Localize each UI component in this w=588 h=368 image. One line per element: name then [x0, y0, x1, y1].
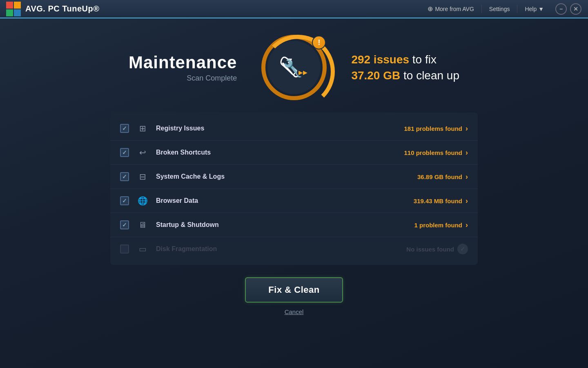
svg-rect-1 — [14, 2, 21, 9]
minimize-button[interactable]: − — [555, 3, 567, 15]
checkbox-mark: ✓ — [122, 222, 127, 228]
issue-row-disk: ▭Disk FragmentationNo issues found✓ — [110, 237, 478, 261]
panel-arrow — [286, 112, 302, 121]
issue-result-startup: 1 problem found› — [414, 221, 468, 229]
avg-logo — [6, 1, 21, 17]
issue-name-shortcuts: Broken Shortcuts — [156, 149, 396, 156]
startup-icon: 🖥 — [136, 219, 149, 231]
more-from-avg-button[interactable]: ⊕ More from AVG — [420, 0, 481, 18]
issue-name-startup: Startup & Shutdown — [156, 221, 407, 229]
chevron-icon-shortcuts[interactable]: › — [466, 148, 468, 157]
checkbox-mark: ✓ — [122, 149, 127, 156]
checkbox-mark: ✓ — [122, 125, 127, 132]
issue-name-disk: Disk Fragmentation — [156, 245, 399, 253]
circle-inner: 🔧 ▶▶ — [267, 41, 321, 94]
cancel-link[interactable]: Cancel — [285, 308, 304, 315]
title-bar-right: ⊕ More from AVG Settings Help ▼ − ✕ — [420, 0, 581, 18]
checkbox-browser[interactable]: ✓ — [120, 196, 129, 205]
issue-name-browser: Browser Data — [156, 197, 406, 204]
issue-result-text-startup: 1 problem found — [414, 222, 463, 229]
chevron-icon-registry[interactable]: › — [466, 124, 468, 133]
stats-text: 292 issues to fix 37.20 GB to clean up — [351, 52, 459, 83]
svg-rect-2 — [6, 9, 13, 16]
checkbox-cache[interactable]: ✓ — [120, 172, 129, 181]
issue-result-disk: No issues found✓ — [406, 244, 468, 254]
checkbox-disk[interactable] — [120, 245, 129, 254]
shortcuts-icon: ↩ — [136, 146, 149, 159]
issues-count: 292 issues — [351, 53, 409, 66]
cleanup-size: 37.20 GB — [351, 69, 400, 82]
help-button[interactable]: Help ▼ — [517, 0, 551, 18]
svg-rect-0 — [6, 2, 13, 9]
settings-button[interactable]: Settings — [482, 0, 517, 18]
issues-suffix: to fix — [409, 53, 437, 66]
issues-panel: ✓⊞Registry Issues181 problems found›✓↩Br… — [110, 112, 478, 265]
disk-icon: ▭ — [136, 243, 149, 255]
status-icon-circle: 🔧 ▶▶ ! — [261, 35, 327, 100]
window-controls: − ✕ — [555, 3, 581, 15]
maintenance-icon: 🔧 ▶▶ — [280, 55, 308, 80]
issue-row-cache: ✓⊟System Cache & Logs36.89 GB found› — [110, 165, 478, 189]
issue-name-cache: System Cache & Logs — [156, 173, 410, 180]
issue-row-browser: ✓🌐Browser Data319.43 MB found› — [110, 189, 478, 213]
svg-rect-3 — [14, 9, 21, 16]
issue-result-registry: 181 problems found› — [404, 124, 468, 133]
title-bar-left: AVG. PC TuneUp® — [0, 1, 100, 17]
issue-result-browser: 319.43 MB found› — [414, 197, 468, 205]
issue-result-text-registry: 181 problems found — [404, 125, 462, 132]
issues-wrapper: ✓⊞Registry Issues181 problems found›✓↩Br… — [110, 112, 478, 277]
issue-result-text-disk: No issues found — [406, 246, 454, 253]
chevron-icon-startup[interactable]: › — [466, 221, 468, 229]
issue-result-cache: 36.89 GB found› — [417, 173, 468, 181]
plus-icon: ⊕ — [428, 5, 433, 13]
checkbox-registry[interactable]: ✓ — [120, 124, 129, 133]
close-button[interactable]: ✕ — [570, 3, 581, 15]
main-content: Maintenance Scan Complete 🔧 ▶▶ — [0, 18, 588, 368]
scan-subtitle: Scan Complete — [129, 74, 237, 83]
app-title: AVG. PC TuneUp® — [25, 4, 100, 13]
issue-row-shortcuts: ✓↩Broken Shortcuts110 problems found› — [110, 141, 478, 165]
checkbox-mark: ✓ — [122, 197, 127, 204]
issue-result-text-shortcuts: 110 problems found — [404, 149, 462, 156]
cache-icon: ⊟ — [136, 171, 149, 183]
browser-icon: 🌐 — [136, 195, 149, 207]
issue-result-shortcuts: 110 problems found› — [404, 148, 468, 157]
cleanup-suffix: to clean up — [400, 69, 459, 82]
fix-clean-button[interactable]: Fix & Clean — [245, 277, 343, 303]
header-section: Maintenance Scan Complete 🔧 ▶▶ — [129, 27, 459, 100]
chevron-icon-browser[interactable]: › — [466, 197, 468, 205]
title-bar: AVG. PC TuneUp® ⊕ More from AVG Settings… — [0, 0, 588, 18]
button-section: Fix & Clean Cancel — [245, 277, 343, 315]
issue-name-registry: Registry Issues — [156, 125, 396, 132]
maintenance-title-block: Maintenance Scan Complete — [129, 53, 237, 83]
issue-row-startup: ✓🖥Startup & Shutdown1 problem found› — [110, 213, 478, 237]
svg-text:▶▶: ▶▶ — [298, 69, 307, 76]
page-title: Maintenance — [129, 53, 237, 72]
registry-icon: ⊞ — [136, 122, 149, 135]
issues-count-line: 292 issues to fix — [351, 52, 459, 67]
chevron-icon-cache[interactable]: › — [466, 173, 468, 181]
checkbox-mark: ✓ — [122, 173, 127, 180]
checkbox-startup[interactable]: ✓ — [120, 220, 129, 229]
cleanup-size-line: 37.20 GB to clean up — [351, 67, 459, 83]
no-issues-icon-disk: ✓ — [457, 244, 468, 254]
issue-result-text-browser: 319.43 MB found — [414, 197, 462, 204]
issue-result-text-cache: 36.89 GB found — [417, 173, 462, 180]
checkbox-shortcuts[interactable]: ✓ — [120, 148, 129, 157]
